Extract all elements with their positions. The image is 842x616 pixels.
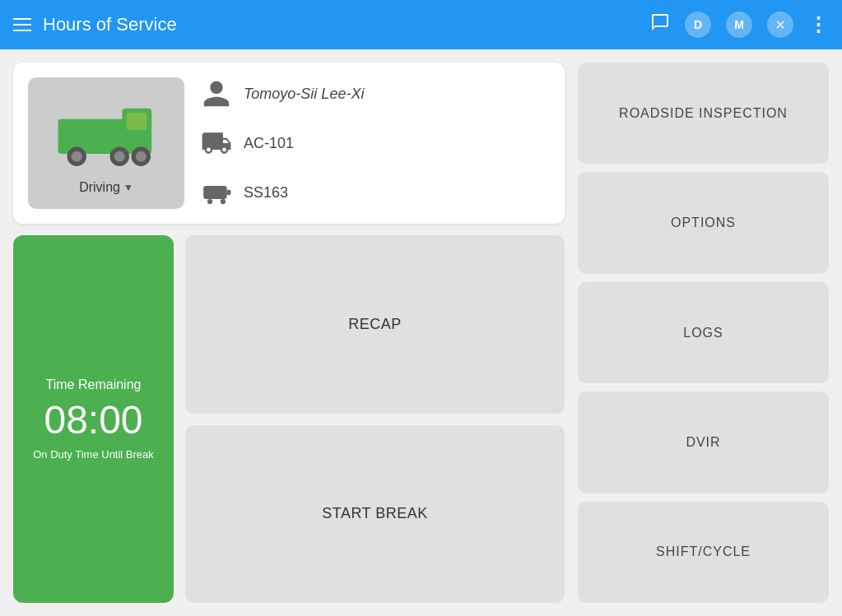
time-remaining-card: Time Remaining 08:00 On Duty Time Until … bbox=[13, 235, 174, 603]
roadside-inspection-button[interactable]: ROADSIDE INSPECTION bbox=[578, 63, 829, 164]
app-title: Hours of Service bbox=[43, 14, 177, 35]
svg-rect-9 bbox=[203, 186, 226, 199]
driver-card: Driving ▼ Tomoyo-Sii Lee-Xi bbox=[13, 63, 565, 224]
left-column: Driving ▼ Tomoyo-Sii Lee-Xi bbox=[13, 63, 565, 603]
vehicle-id: AC-101 bbox=[244, 135, 294, 152]
svg-point-8 bbox=[136, 151, 147, 162]
chat-icon[interactable] bbox=[650, 12, 670, 37]
svg-point-10 bbox=[207, 199, 212, 204]
logs-button[interactable]: LOGS bbox=[578, 282, 829, 383]
start-break-button[interactable]: START BREAK bbox=[185, 425, 565, 604]
trailer-row: SS163 bbox=[201, 177, 364, 208]
time-remaining-sublabel: On Duty Time Until Break bbox=[33, 448, 154, 461]
topbar: Hours of Service D M ⋮ bbox=[0, 0, 842, 49]
person-icon bbox=[201, 78, 232, 109]
bottom-row: Time Remaining 08:00 On Duty Time Until … bbox=[13, 235, 565, 603]
close-badge[interactable] bbox=[767, 12, 793, 38]
d-badge[interactable]: D bbox=[685, 12, 711, 38]
shift-cycle-button[interactable]: SHIFT/CYCLE bbox=[578, 502, 829, 603]
menu-icon[interactable] bbox=[13, 18, 31, 31]
m-badge[interactable]: M bbox=[726, 12, 752, 38]
driver-name: Tomoyo-Sii Lee-Xi bbox=[244, 86, 364, 103]
chevron-down-icon: ▼ bbox=[123, 182, 133, 193]
vehicle-icon bbox=[201, 127, 232, 159]
time-remaining-value: 08:00 bbox=[44, 401, 142, 440]
svg-rect-2 bbox=[127, 113, 147, 130]
main-content: Driving ▼ Tomoyo-Sii Lee-Xi bbox=[0, 49, 842, 616]
more-icon[interactable]: ⋮ bbox=[808, 13, 829, 36]
right-column: ROADSIDE INSPECTION OPTIONS LOGS DVIR SH… bbox=[578, 63, 829, 603]
status-row: Driving ▼ bbox=[79, 180, 133, 195]
svg-point-4 bbox=[72, 151, 82, 162]
topbar-right: D M ⋮ bbox=[650, 12, 829, 38]
trailer-id: SS163 bbox=[244, 184, 288, 201]
topbar-left: Hours of Service bbox=[13, 14, 177, 35]
time-remaining-label: Time Remaining bbox=[46, 377, 142, 392]
svg-point-11 bbox=[221, 199, 226, 204]
recap-button[interactable]: RECAP bbox=[185, 235, 565, 414]
trailer-icon bbox=[201, 177, 232, 208]
truck-illustration bbox=[53, 91, 160, 174]
driver-name-row: Tomoyo-Sii Lee-Xi bbox=[201, 78, 364, 109]
driver-info: Tomoyo-Sii Lee-Xi AC-101 bbox=[201, 78, 364, 208]
svg-rect-12 bbox=[227, 190, 231, 195]
status-dropdown[interactable]: Driving ▼ bbox=[79, 180, 133, 195]
options-button[interactable]: OPTIONS bbox=[578, 172, 829, 273]
svg-point-6 bbox=[114, 151, 125, 162]
action-buttons: RECAP START BREAK bbox=[185, 235, 565, 603]
dvir-button[interactable]: DVIR bbox=[578, 391, 829, 493]
status-label: Driving bbox=[79, 180, 120, 195]
vehicle-row: AC-101 bbox=[201, 127, 364, 159]
truck-status-box: Driving ▼ bbox=[28, 77, 184, 209]
